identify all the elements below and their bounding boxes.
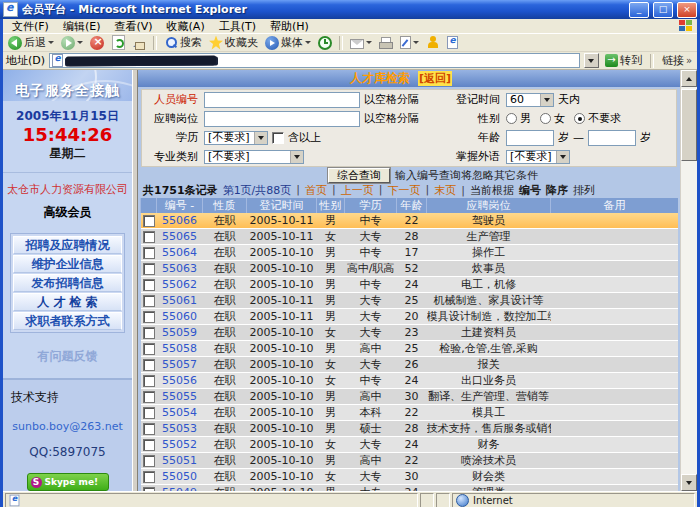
column-header[interactable]: 性质 xyxy=(203,198,247,213)
reg-time-select[interactable]: 60 xyxy=(506,93,554,107)
person-id-link[interactable]: 55051 xyxy=(162,454,197,467)
sidebar-item[interactable]: 维护企业信息 xyxy=(13,255,122,273)
maximize-button[interactable]: □ xyxy=(653,2,673,18)
page-link[interactable]: 首页 xyxy=(305,183,327,198)
person-id-link[interactable]: 55055 xyxy=(162,390,197,403)
scroll-up-arrow[interactable] xyxy=(681,70,697,87)
person-id-link[interactable]: 55052 xyxy=(162,438,197,451)
back-button[interactable]: 后退 xyxy=(6,35,56,51)
person-id-link[interactable]: 55058 xyxy=(162,342,197,355)
person-id-link[interactable]: 55049 xyxy=(162,486,197,491)
person-id-link[interactable]: 55057 xyxy=(162,358,197,371)
feedback-link[interactable]: 有问题反馈 xyxy=(3,348,132,365)
sidebar-item[interactable]: 求职者联系方式 xyxy=(13,312,122,330)
position-input[interactable] xyxy=(204,111,360,127)
column-header[interactable]: 编号 - xyxy=(157,198,203,213)
gender-radio[interactable] xyxy=(540,113,551,124)
menu-item[interactable]: 查看(V) xyxy=(107,20,159,33)
row-checkbox[interactable] xyxy=(143,455,155,467)
person-id-link[interactable]: 55056 xyxy=(162,374,197,387)
person-id-link[interactable]: 55061 xyxy=(162,294,197,307)
menu-item[interactable]: 文件(F) xyxy=(5,20,56,33)
skype-button[interactable]: S Skype me! xyxy=(27,473,109,491)
education-select[interactable]: [不要求] xyxy=(204,131,268,145)
column-header[interactable]: 性别 xyxy=(317,198,345,213)
row-checkbox[interactable] xyxy=(143,327,155,339)
column-header[interactable]: 学历 xyxy=(345,198,397,213)
favorites-button[interactable]: 收藏夹 xyxy=(207,35,260,51)
row-checkbox[interactable] xyxy=(143,359,155,371)
sidebar-item[interactable]: 招聘及应聘情况 xyxy=(13,236,122,254)
home-button[interactable] xyxy=(130,35,148,51)
column-header[interactable]: 登记时间 xyxy=(247,198,317,213)
row-checkbox[interactable] xyxy=(143,423,155,435)
row-checkbox[interactable] xyxy=(143,407,155,419)
row-checkbox[interactable] xyxy=(143,343,155,355)
row-checkbox[interactable] xyxy=(143,295,155,307)
sidebar-item[interactable]: 人 才 检 索 xyxy=(13,293,122,311)
menu-item[interactable]: 帮助(H) xyxy=(263,20,316,33)
doc-button[interactable] xyxy=(445,35,460,51)
go-button[interactable]: → 转到 xyxy=(603,53,644,69)
address-dropdown-button[interactable] xyxy=(584,53,599,68)
major-select[interactable]: [不要求] xyxy=(204,150,304,164)
person-id-link[interactable]: 55066 xyxy=(162,214,197,227)
row-checkbox[interactable] xyxy=(143,487,155,492)
scroll-track[interactable] xyxy=(681,87,697,474)
support-email-link[interactable]: sunbo.boy@263.net xyxy=(3,420,132,433)
row-checkbox[interactable] xyxy=(143,311,155,323)
gender-radio[interactable] xyxy=(506,113,517,124)
edit-button[interactable] xyxy=(398,35,421,51)
row-checkbox[interactable] xyxy=(143,471,155,483)
refresh-button[interactable] xyxy=(109,35,127,51)
back-link[interactable]: [返回] xyxy=(418,71,452,86)
stop-button[interactable] xyxy=(88,35,106,51)
messenger-button[interactable] xyxy=(424,35,442,51)
person-id-link[interactable]: 55060 xyxy=(162,310,197,323)
row-checkbox[interactable] xyxy=(143,247,155,259)
column-header[interactable]: 备用 xyxy=(551,198,679,213)
person-id-link[interactable]: 55053 xyxy=(162,422,197,435)
column-header[interactable]: 年龄 xyxy=(397,198,427,213)
person-id-link[interactable]: 55059 xyxy=(162,326,197,339)
row-checkbox[interactable] xyxy=(143,375,155,387)
sidebar-item[interactable]: 发布招聘信息 xyxy=(13,274,122,292)
print-button[interactable] xyxy=(377,35,395,51)
person-id-link[interactable]: 55054 xyxy=(162,406,197,419)
menu-item[interactable]: 工具(T) xyxy=(212,20,263,33)
search-button[interactable]: 搜索 xyxy=(162,35,204,51)
age-from-input[interactable] xyxy=(506,130,554,146)
menu-item[interactable]: 收藏(A) xyxy=(160,20,212,33)
sort-order-link[interactable]: 降序 xyxy=(546,183,568,198)
address-input[interactable] xyxy=(49,53,580,68)
row-checkbox[interactable] xyxy=(143,279,155,291)
vertical-scrollbar[interactable] xyxy=(680,70,697,491)
person-id-link[interactable]: 55050 xyxy=(162,470,197,483)
column-header[interactable]: 应聘岗位 xyxy=(427,198,551,213)
scroll-thumb[interactable] xyxy=(681,89,697,161)
media-button[interactable]: 媒体 xyxy=(263,35,313,51)
history-button[interactable] xyxy=(316,35,334,51)
query-button[interactable]: 综合查询 xyxy=(328,168,390,183)
language-select[interactable]: [不要求] xyxy=(506,150,570,164)
minimize-button[interactable]: _ xyxy=(629,2,649,18)
person-id-link[interactable]: 55063 xyxy=(162,262,197,275)
row-checkbox[interactable] xyxy=(143,263,155,275)
links-button[interactable]: 链接 » xyxy=(660,53,694,69)
menu-item[interactable]: 编辑(E) xyxy=(56,20,108,33)
row-checkbox[interactable] xyxy=(143,231,155,243)
gender-radio[interactable] xyxy=(574,113,585,124)
person-id-input[interactable] xyxy=(204,92,360,108)
include-above-checkbox[interactable] xyxy=(272,132,284,144)
page-link[interactable]: 末页 xyxy=(434,183,456,198)
page-link[interactable]: 下一页 xyxy=(387,183,420,198)
person-id-link[interactable]: 55062 xyxy=(162,278,197,291)
scroll-down-arrow[interactable] xyxy=(681,474,697,491)
person-id-link[interactable]: 55065 xyxy=(162,230,197,243)
row-checkbox[interactable] xyxy=(143,215,155,227)
close-button[interactable]: × xyxy=(677,2,697,18)
row-checkbox[interactable] xyxy=(143,391,155,403)
forward-button[interactable] xyxy=(59,35,85,51)
age-to-input[interactable] xyxy=(588,130,636,146)
row-checkbox[interactable] xyxy=(143,439,155,451)
